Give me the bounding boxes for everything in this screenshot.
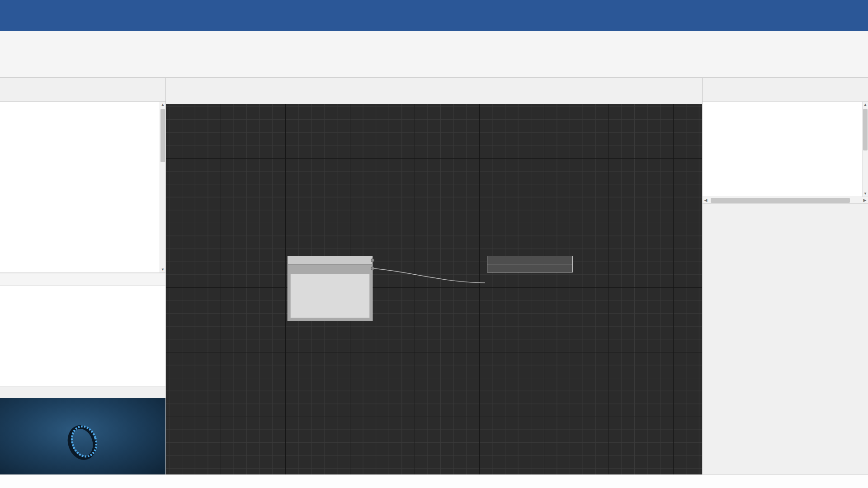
flow-node-transform-offset[interactable] [487, 256, 573, 272]
node-script-code[interactable] [290, 274, 370, 318]
scroll-down-icon[interactable]: ▼ [863, 191, 868, 197]
resources-toolbar [0, 89, 165, 101]
document-area [166, 78, 702, 474]
preview-viewport[interactable] [0, 398, 165, 474]
node-script-flow-pin[interactable] [371, 258, 374, 262]
objects-tree-hscrollbar[interactable]: ◀ ▶ [703, 197, 868, 204]
breadcrumb [0, 273, 165, 286]
ribbon [0, 31, 868, 78]
node-transform-title[interactable] [487, 256, 572, 264]
scroll-up-icon[interactable]: ▲ [160, 102, 165, 108]
node-script-return-pin[interactable] [371, 267, 374, 270]
left-dock: ▲ ▼ [0, 78, 166, 474]
resources-panel: ▲ ▼ [0, 78, 165, 386]
jumpgate-ring-preview [0, 398, 165, 474]
resources-content-items [0, 286, 165, 386]
settings-panel-titlebar [703, 204, 868, 216]
right-dock: ▲ ▼ ◀ ▶ [702, 78, 868, 474]
objects-panel: ▲ ▼ ◀ ▶ [703, 78, 868, 204]
bottom-dock-tabs [0, 474, 868, 488]
connection-wire [166, 104, 702, 474]
scroll-right-icon[interactable]: ▶ [862, 197, 868, 204]
scrollbar-thumb[interactable] [160, 109, 165, 162]
titlebar [0, 0, 868, 16]
resources-tree-scrollbar[interactable]: ▲ ▼ [160, 102, 165, 272]
resources-tree[interactable]: ▲ ▼ [0, 101, 165, 273]
flow-node-script[interactable] [288, 256, 373, 321]
document-tabs [166, 78, 702, 91]
node-transform-result-label [487, 264, 572, 272]
resources-panel-titlebar [0, 78, 165, 89]
window-title [0, 0, 868, 16]
preview-panel-titlebar [0, 386, 165, 398]
objects-tree-scrollbar[interactable]: ▲ ▼ [862, 102, 868, 197]
settings-panel [703, 204, 868, 474]
scroll-down-icon[interactable]: ▼ [160, 267, 165, 272]
scrollbar-thumb[interactable] [711, 198, 850, 203]
scroll-up-icon[interactable]: ▲ [863, 102, 868, 108]
scrollbar-thumb[interactable] [863, 109, 868, 150]
preview-panel [0, 386, 165, 474]
ribbon-tab-bar [0, 16, 868, 31]
document-subtabs [166, 91, 702, 104]
objects-panel-titlebar [703, 78, 868, 89]
component-icon [854, 218, 863, 226]
scroll-left-icon[interactable]: ◀ [703, 197, 709, 204]
objects-toolbar [703, 89, 868, 101]
objects-tree[interactable]: ▲ ▼ [703, 101, 868, 197]
node-script-title[interactable] [288, 256, 372, 265]
flow-graph-canvas[interactable] [166, 104, 702, 474]
node-script-output-label [288, 265, 372, 272]
settings-header [703, 216, 868, 221]
